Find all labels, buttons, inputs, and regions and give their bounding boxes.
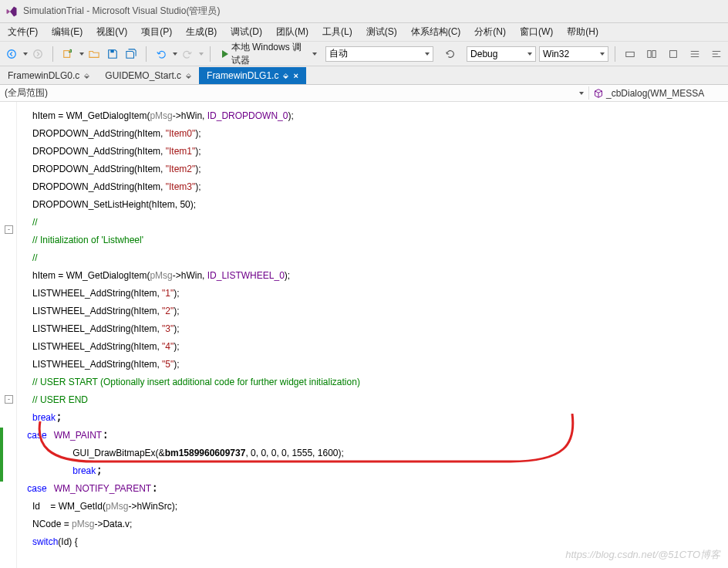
navigation-bar: (全局范围) _cbDialog(WM_MESSA: [0, 85, 728, 102]
chevron-down-icon: [527, 52, 532, 56]
annotation-mark: [32, 414, 588, 475]
tool-icon-5[interactable]: [708, 46, 725, 63]
nav-back-button[interactable]: [3, 46, 20, 63]
chevron-down-icon[interactable]: [199, 52, 204, 56]
pin-icon[interactable]: ⬙: [84, 72, 89, 79]
tab-framewindlg1[interactable]: FramewinDLG1.c⬙×: [199, 67, 306, 84]
tool-icon-2[interactable]: [643, 46, 660, 63]
play-icon: [222, 50, 228, 58]
nav-fwd-button[interactable]: [29, 46, 46, 63]
menu-build[interactable]: 生成(B): [181, 24, 221, 40]
collapse-toggle-icon[interactable]: -: [5, 225, 13, 234]
window-title: SimulationTrial - Microsoft Visual Studi…: [23, 5, 220, 18]
platform-combo[interactable]: Win32: [539, 46, 608, 62]
pin-icon[interactable]: ⬙: [283, 72, 288, 79]
combo-value: Win32: [543, 49, 569, 59]
document-tabs: FramewinDLG0.c⬙ GUIDEMO_Start.c⬙ Framewi…: [0, 66, 728, 85]
menu-project[interactable]: 项目(P): [136, 24, 177, 40]
undo-button[interactable]: [153, 46, 170, 63]
new-item-button[interactable]: [59, 46, 76, 63]
menu-window[interactable]: 窗口(W): [515, 24, 558, 40]
svg-rect-4: [626, 52, 635, 56]
svg-rect-5: [648, 50, 651, 57]
save-all-button[interactable]: [123, 46, 140, 63]
chevron-down-icon: [312, 52, 317, 56]
member-value: _cbDialog(WM_MESSA: [594, 88, 704, 99]
menu-test[interactable]: 测试(S): [362, 24, 402, 40]
menu-file[interactable]: 文件(F): [3, 24, 42, 40]
start-debug-button[interactable]: 本地 Windows 调试器: [217, 39, 323, 69]
chevron-down-icon[interactable]: [173, 52, 177, 56]
svg-rect-6: [652, 50, 656, 57]
toolbar: 本地 Windows 调试器 自动 Debug Win32: [0, 42, 728, 66]
menu-help[interactable]: 帮助(H): [562, 24, 603, 40]
menu-arch[interactable]: 体系结构(C): [406, 24, 466, 40]
menu-view[interactable]: 视图(V): [92, 24, 132, 40]
member-dropdown[interactable]: _cbDialog(WM_MESSA: [589, 88, 728, 99]
chevron-down-icon: [600, 52, 605, 56]
tool-icon-1[interactable]: [622, 46, 639, 63]
combo-value: Debug: [470, 49, 497, 59]
chevron-down-icon[interactable]: [23, 52, 28, 56]
svg-point-0: [8, 49, 16, 58]
refresh-button[interactable]: [443, 46, 458, 63]
code-text[interactable]: hItem = WM_GetDialogItem(pMsg->hWin, ID_…: [17, 102, 728, 568]
debugger-label: 本地 Windows 调试器: [231, 41, 308, 67]
chevron-down-icon[interactable]: [79, 52, 84, 56]
save-button[interactable]: [104, 46, 121, 63]
tab-label: GUIDEMO_Start.c: [105, 70, 181, 81]
config-combo[interactable]: Debug: [467, 46, 536, 62]
tab-guidemo-start[interactable]: GUIDEMO_Start.c⬙: [97, 67, 199, 84]
chevron-down-icon: [579, 92, 584, 95]
menu-edit[interactable]: 编辑(E): [47, 24, 87, 40]
svg-point-1: [34, 49, 42, 58]
tool-icon-4[interactable]: [686, 46, 703, 63]
chevron-down-icon: [425, 52, 430, 56]
combo-value: 自动: [329, 47, 348, 60]
change-marker: [0, 428, 3, 482]
pin-icon[interactable]: ⬙: [186, 72, 191, 79]
code-editor[interactable]: - - hItem = WM_GetDialogItem(pMsg->hWin,…: [0, 102, 728, 568]
scope-dropdown[interactable]: (全局范围): [0, 86, 589, 100]
menubar: 文件(F) 编辑(E) 视图(V) 项目(P) 生成(B) 调试(D) 团队(M…: [0, 23, 728, 42]
watermark: https://blog.csdn.net/@51CTO博客: [565, 546, 720, 563]
tab-framewindlg0[interactable]: FramewinDLG0.c⬙: [0, 67, 97, 84]
menu-analyze[interactable]: 分析(N): [470, 24, 511, 40]
titlebar: SimulationTrial - Microsoft Visual Studi…: [0, 0, 728, 23]
collapse-toggle-icon[interactable]: -: [5, 395, 13, 404]
vs-logo-icon: [5, 5, 19, 19]
svg-rect-3: [110, 49, 113, 52]
open-button[interactable]: [86, 46, 103, 63]
svg-rect-7: [670, 50, 677, 57]
tab-label: FramewinDLG1.c: [207, 70, 278, 81]
tool-icon-3[interactable]: [665, 46, 682, 63]
redo-button[interactable]: [179, 46, 196, 63]
scope-value: (全局范围): [5, 86, 48, 100]
close-icon[interactable]: ×: [293, 71, 298, 80]
outline-gutter[interactable]: - -: [0, 102, 17, 568]
tab-label: FramewinDLG0.c: [8, 70, 79, 81]
solution-config-combo[interactable]: 自动: [325, 46, 433, 62]
menu-tools[interactable]: 工具(L): [318, 24, 357, 40]
